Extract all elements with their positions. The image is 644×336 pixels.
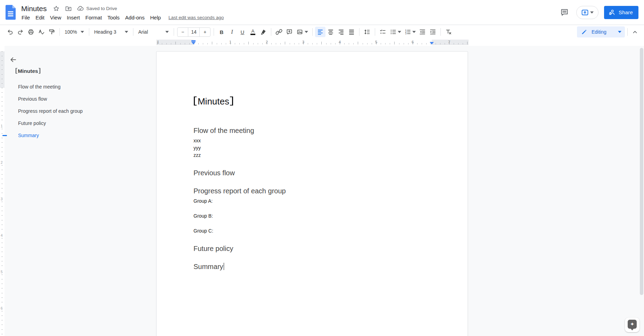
increase-font-size-button[interactable]: + bbox=[200, 28, 210, 36]
outline-item-future-policy[interactable]: Future policy bbox=[18, 117, 118, 129]
decrease-font-size-button[interactable]: − bbox=[177, 28, 188, 36]
bold-button[interactable]: B bbox=[216, 27, 227, 37]
align-center-button[interactable] bbox=[325, 27, 336, 37]
add-comment-button[interactable] bbox=[284, 27, 295, 37]
cloud-check-icon bbox=[77, 5, 84, 12]
google-docs-logo[interactable] bbox=[5, 5, 16, 20]
document-page[interactable]: MinutesFlow of the meetingxxxyyyzzzPrevi… bbox=[156, 51, 468, 336]
ruler-label: 2 bbox=[266, 40, 268, 44]
text-color-button[interactable]: A bbox=[248, 27, 258, 37]
cjk-close-bracket bbox=[39, 68, 41, 74]
outline-item-progress-report-of-each-group[interactable]: Progress report of each group bbox=[18, 105, 118, 117]
last-edit-link[interactable]: Last edit was seconds ago bbox=[168, 15, 224, 20]
move-to-folder-icon[interactable] bbox=[65, 5, 72, 12]
zoom-select[interactable]: 100% bbox=[62, 27, 86, 37]
menu-edit[interactable]: Edit bbox=[33, 14, 47, 21]
print-icon bbox=[27, 28, 34, 35]
doc-h3-summary: Summary bbox=[193, 263, 433, 271]
menu-tools[interactable]: Tools bbox=[105, 14, 122, 21]
spell-check-icon bbox=[38, 28, 45, 35]
outline-item-summary[interactable]: Summary bbox=[18, 129, 118, 141]
close-outline-button[interactable] bbox=[8, 55, 18, 65]
saved-status-label: Saved to Drive bbox=[86, 6, 117, 11]
paint-format-button[interactable] bbox=[47, 27, 57, 37]
menu-file[interactable]: File bbox=[21, 14, 33, 21]
font-size-input[interactable]: 14 bbox=[188, 28, 200, 36]
ruler-half-ticks bbox=[156, 42, 469, 44]
toolbar-divider bbox=[89, 28, 89, 36]
saved-status[interactable]: Saved to Drive bbox=[77, 5, 117, 12]
outline-item-previous-flow[interactable]: Previous flow bbox=[18, 93, 118, 105]
chevron-down-icon bbox=[412, 31, 416, 33]
vertical-ruler-label: 6 bbox=[1, 306, 3, 310]
vertical-scrollbar[interactable] bbox=[640, 48, 643, 295]
ruler-label: 3 bbox=[302, 40, 304, 44]
outline-title[interactable]: Minutes bbox=[15, 68, 41, 74]
toolbar-divider bbox=[440, 28, 441, 36]
font-select[interactable]: Arial bbox=[136, 27, 171, 37]
document-title[interactable]: Minutes bbox=[21, 5, 47, 13]
outline-item-flow-of-the-meeting[interactable]: Flow of the meeting bbox=[18, 81, 118, 93]
align-justify-button[interactable] bbox=[346, 27, 357, 37]
menu-help[interactable]: Help bbox=[147, 14, 164, 21]
toolbar-divider bbox=[133, 28, 133, 36]
doc-h3-future-policy: Future policy bbox=[193, 245, 433, 253]
insert-image-button[interactable] bbox=[295, 27, 310, 37]
toolbar-divider bbox=[627, 28, 628, 36]
doc-body-group-c: Group C: bbox=[193, 227, 433, 235]
undo-button[interactable] bbox=[5, 27, 15, 37]
toolbar-divider bbox=[271, 28, 271, 36]
italic-button[interactable]: I bbox=[227, 27, 237, 37]
clear-formatting-button[interactable] bbox=[443, 27, 454, 37]
ruler-label: 1 bbox=[229, 40, 231, 44]
increase-indent-button[interactable] bbox=[428, 27, 438, 37]
editing-mode-button[interactable]: Editing bbox=[577, 26, 625, 37]
share-button[interactable]: Share bbox=[604, 6, 638, 19]
cjk-close-bracket bbox=[230, 96, 233, 106]
paint-format-icon bbox=[48, 28, 55, 35]
decrease-indent-button[interactable] bbox=[417, 27, 428, 37]
hide-menus-button[interactable] bbox=[630, 27, 640, 37]
redo-button[interactable] bbox=[15, 27, 26, 37]
doc-body-group-a: Group A: bbox=[193, 198, 433, 205]
comment-history-button[interactable] bbox=[558, 6, 571, 19]
doc-h3-flow-of-the-meeting: Flow of the meeting bbox=[193, 127, 433, 135]
present-button[interactable] bbox=[576, 6, 598, 19]
menu-view[interactable]: View bbox=[47, 14, 64, 21]
menu-insert[interactable]: Insert bbox=[64, 14, 83, 21]
highlight-color-button[interactable] bbox=[258, 27, 269, 37]
right-indent-marker[interactable] bbox=[430, 42, 434, 44]
checklist-button[interactable] bbox=[378, 27, 388, 37]
bulleted-list-button[interactable] bbox=[388, 27, 403, 37]
align-right-button[interactable] bbox=[336, 27, 346, 37]
toolbar-divider bbox=[174, 28, 174, 36]
add-comment-icon bbox=[286, 28, 293, 35]
explore-badge-tip bbox=[630, 328, 634, 330]
link-icon bbox=[275, 28, 282, 35]
align-center-icon bbox=[328, 29, 334, 35]
outline-item-label: Future policy bbox=[18, 120, 46, 126]
insert-link-button[interactable] bbox=[274, 27, 284, 37]
spell-check-button[interactable] bbox=[36, 27, 47, 37]
outline-items: Flow of the meetingPrevious flowProgress… bbox=[18, 81, 118, 141]
underline-button[interactable]: U bbox=[237, 27, 248, 37]
first-line-indent-marker[interactable] bbox=[191, 40, 196, 42]
left-indent-marker[interactable] bbox=[191, 42, 196, 44]
numbered-list-button[interactable]: 123 bbox=[403, 27, 417, 37]
ruler-label: 7 bbox=[448, 40, 450, 44]
document-content: MinutesFlow of the meetingxxxyyyzzzPrevi… bbox=[157, 52, 468, 271]
align-left-button[interactable] bbox=[315, 27, 325, 37]
explore-button[interactable]: ✦ bbox=[625, 318, 639, 332]
paragraph-style-select[interactable]: Heading 3 bbox=[92, 27, 131, 37]
horizontal-ruler: 11234567 bbox=[0, 39, 644, 46]
chevron-down-icon bbox=[305, 31, 308, 33]
menu-add-ons[interactable]: Add-ons bbox=[122, 14, 147, 21]
star-icon[interactable] bbox=[52, 5, 60, 12]
zoom-value: 100% bbox=[65, 29, 77, 35]
toolbar-divider bbox=[214, 28, 214, 36]
print-button[interactable] bbox=[26, 27, 36, 37]
vertical-ruler-label: 3 bbox=[1, 197, 3, 201]
comment-bubble-icon bbox=[560, 8, 569, 17]
menu-format[interactable]: Format bbox=[83, 14, 105, 21]
line-spacing-button[interactable] bbox=[362, 27, 372, 37]
